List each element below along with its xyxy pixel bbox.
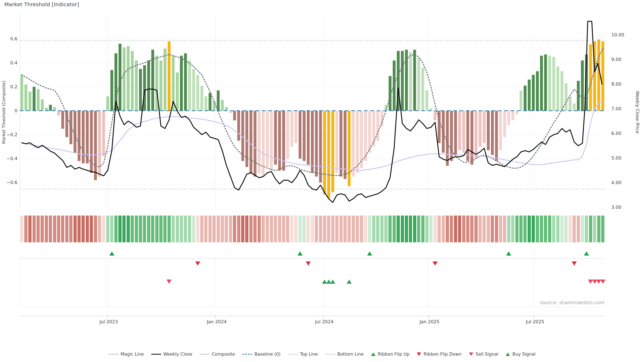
- ribbon-cell: [217, 216, 220, 242]
- composite-bar: [266, 111, 269, 167]
- ribbon-cell: [388, 216, 392, 242]
- ribbon-cell: [306, 216, 310, 242]
- v-gridline: [20, 251, 20, 307]
- ribbon-cell: [548, 216, 551, 242]
- composite-bar: [61, 111, 64, 129]
- composite-bar: [196, 75, 199, 111]
- left-tick-label: −0.4: [6, 156, 18, 161]
- composite-bar: [164, 48, 166, 111]
- ribbon-cell: [540, 216, 543, 242]
- ribbon-cell: [176, 216, 179, 242]
- ribbon-cell: [344, 216, 347, 242]
- ribbon-cell: [40, 216, 44, 242]
- right-tick-label: 3.00: [611, 205, 621, 210]
- left-tick-label: −0.6: [6, 180, 18, 185]
- composite-bar: [41, 99, 44, 111]
- legend-label: Ribbon Flip Up: [378, 352, 410, 357]
- ribbon-cell: [94, 216, 97, 242]
- composite-bar: [491, 111, 494, 155]
- left-tick-label: 0.2: [10, 84, 18, 89]
- composite-bar: [466, 111, 469, 161]
- ribbon-cell: [352, 216, 355, 242]
- ribbon-strip: [0, 216, 644, 242]
- composite-bar: [356, 111, 359, 173]
- composite-bar: [28, 92, 31, 111]
- composite-bar: [286, 111, 289, 159]
- ribbon-cell: [302, 216, 306, 242]
- composite-bar: [258, 111, 260, 173]
- ribbon-cell: [470, 216, 474, 242]
- ribbon-cell: [61, 216, 64, 242]
- composite-bar: [33, 87, 36, 111]
- composite-bar: [45, 108, 48, 111]
- ribbon-cell: [49, 216, 52, 242]
- ribbon-cell: [241, 216, 244, 242]
- ribbon-cell: [102, 216, 105, 242]
- composite-bar: [303, 111, 306, 161]
- ribbon-cell: [311, 216, 314, 242]
- ribbon-cell: [572, 216, 576, 242]
- composite-bar: [536, 71, 539, 111]
- ribbon-cell: [520, 216, 522, 242]
- source-note: source: sharemaestro.com: [540, 300, 604, 305]
- ribbon-cell: [237, 216, 240, 242]
- ribbon-cell: [495, 216, 498, 242]
- ribbon-cell: [429, 216, 432, 242]
- composite-bar: [364, 111, 367, 161]
- legend-label: Magic Line: [120, 352, 144, 357]
- ribbon-flip-up-marker: [109, 251, 114, 256]
- ribbon-cell: [143, 216, 146, 242]
- legend-label: Ribbon Flip Down: [424, 352, 462, 357]
- composite-bar: [446, 111, 449, 166]
- composite-bar: [348, 111, 350, 186]
- composite-bar: [20, 75, 23, 111]
- composite-bar: [82, 111, 84, 163]
- ribbon-cell: [356, 216, 359, 242]
- legend: Magic LineWeekly CloseCompositeBaseline …: [0, 352, 644, 357]
- main-chart: 0.60.40.20−0.2−0.4−0.610.009.008.007.006…: [0, 0, 644, 211]
- ribbon-cell: [57, 216, 60, 242]
- ribbon-cell: [507, 216, 510, 242]
- composite-bar: [454, 111, 457, 155]
- legend-item: Baseline (0): [242, 352, 280, 357]
- ribbon-cell: [131, 216, 134, 242]
- x-tick-label: Jul 2024: [315, 319, 334, 324]
- ribbon-cell: [78, 216, 81, 242]
- ribbon-cell: [168, 216, 171, 242]
- ribbon-cell: [294, 216, 298, 242]
- ribbon-cell: [340, 216, 343, 242]
- legend-item: Ribbon Flip Up: [371, 352, 410, 357]
- composite-bar: [413, 50, 416, 111]
- ribbon-cell: [65, 216, 68, 242]
- composite-bar: [495, 111, 498, 161]
- ribbon-cell: [172, 216, 175, 242]
- composite-bar: [520, 90, 522, 111]
- ribbon-cell: [372, 216, 375, 242]
- ribbon-cell: [24, 216, 28, 242]
- composite-bar: [581, 60, 584, 111]
- composite-bar: [573, 104, 576, 111]
- ribbon-cell: [478, 216, 482, 242]
- ribbon-cell: [524, 216, 526, 242]
- ribbon-cell: [474, 216, 478, 242]
- composite-bar: [511, 111, 514, 120]
- composite-bar: [598, 39, 600, 111]
- line-swatch-icon: [242, 354, 252, 355]
- right-tick-label: 9.00: [611, 57, 621, 62]
- ribbon-cell: [188, 216, 191, 242]
- ribbon-cell: [380, 216, 384, 242]
- ribbon-cell: [163, 216, 166, 242]
- line-swatch-icon: [325, 354, 335, 355]
- ribbon-cell: [397, 216, 400, 242]
- line-swatch-icon: [151, 354, 161, 355]
- buy-signal-marker: [330, 280, 335, 284]
- ribbon-cell: [258, 216, 261, 242]
- legend-item: Top Line: [288, 352, 318, 357]
- line-swatch-icon: [108, 354, 118, 355]
- composite-bar: [540, 56, 543, 111]
- ribbon-cell: [200, 216, 204, 242]
- ribbon-cell: [368, 216, 371, 242]
- right-tick-label: 7.00: [611, 106, 621, 111]
- ribbon-cell: [155, 216, 158, 242]
- right-tick-label: 4.00: [611, 180, 621, 185]
